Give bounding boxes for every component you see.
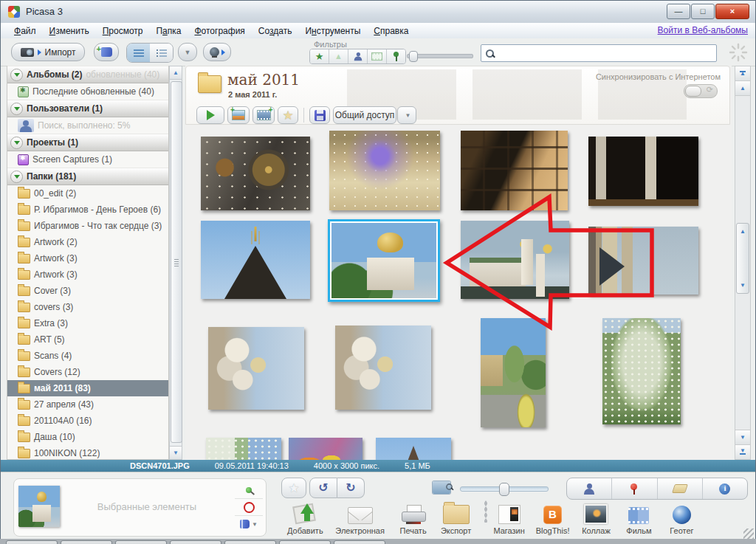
taskbar-button[interactable] bbox=[115, 540, 167, 544]
hold-selection-button[interactable] bbox=[235, 482, 263, 499]
action-export-button[interactable]: Экспорт bbox=[440, 500, 472, 536]
taskbar-button[interactable] bbox=[6, 540, 58, 544]
sidebar-item[interactable]: Последние обновленные (40) bbox=[7, 83, 168, 100]
action-blog-button[interactable]: BlogThis! bbox=[536, 500, 570, 536]
sidebar-item[interactable]: 201104A0 (16) bbox=[7, 413, 168, 429]
photo-thumbnail[interactable] bbox=[461, 221, 569, 299]
menu-item[interactable]: Справка bbox=[368, 24, 414, 38]
disclosure-arrow-icon[interactable] bbox=[10, 171, 23, 183]
star-photo-button[interactable]: ★ bbox=[281, 478, 306, 498]
sidebar-item[interactable]: Artwork (3) bbox=[7, 250, 168, 266]
scroll-up-button[interactable]: ▲ bbox=[735, 81, 750, 96]
sidebar-item[interactable]: Проекты (1) bbox=[7, 134, 168, 151]
create-movie-button[interactable] bbox=[252, 106, 275, 124]
photo-thumbnail[interactable] bbox=[329, 131, 440, 210]
filter-faces-button[interactable] bbox=[348, 49, 368, 63]
thumb-up-icon[interactable]: ▲ bbox=[740, 228, 746, 235]
resize-grip[interactable] bbox=[743, 528, 754, 539]
rotate-cw-button[interactable]: ↻ bbox=[337, 478, 365, 498]
add-album-button[interactable] bbox=[94, 43, 119, 61]
sidebar-item[interactable]: Р. Ибрагимов - День Героев (6) bbox=[7, 202, 168, 218]
photo-grid-scrollbar[interactable]: ▲ ▲ ▲ ▼ ▼ ▼ bbox=[735, 66, 751, 460]
slider-knob[interactable] bbox=[499, 483, 509, 496]
sidebar-item[interactable]: 00_edit (2) bbox=[7, 185, 168, 202]
taskbar-button[interactable] bbox=[170, 540, 221, 544]
sidebar-item[interactable]: Artwork (2) bbox=[7, 234, 168, 250]
photo-thumbnail[interactable] bbox=[588, 227, 698, 295]
title-bar[interactable]: Picasa 3 — □ × bbox=[1, 1, 755, 24]
thumb-down-icon[interactable]: ▼ bbox=[740, 282, 746, 289]
windows-taskbar-sliver[interactable] bbox=[0, 539, 756, 544]
photo-thumbnail[interactable] bbox=[481, 318, 546, 427]
people-panel-button[interactable] bbox=[567, 478, 612, 499]
menu-item[interactable]: Инструменты bbox=[299, 24, 366, 38]
tree-view-button[interactable] bbox=[150, 44, 173, 62]
date-filter-slider[interactable] bbox=[407, 54, 473, 58]
share-button[interactable]: Общий доступ bbox=[333, 106, 396, 124]
scroll-to-bottom-button[interactable]: ▼ bbox=[735, 444, 750, 459]
sidebar-item[interactable]: Пользователи (1) bbox=[7, 100, 168, 117]
menu-item[interactable]: Файл bbox=[8, 24, 42, 38]
action-geo-button[interactable]: Геотег bbox=[665, 500, 698, 536]
photo-thumbnail[interactable] bbox=[289, 438, 362, 460]
action-collage-button[interactable]: Коллаж bbox=[580, 500, 612, 536]
star-button[interactable]: ★ bbox=[278, 106, 298, 124]
photo-thumbnail[interactable] bbox=[588, 137, 698, 206]
action-print-button[interactable]: Печать bbox=[397, 500, 430, 536]
webcam-capture-button[interactable] bbox=[203, 43, 231, 61]
photo-thumbnail[interactable] bbox=[201, 137, 310, 210]
web-albums-login-link[interactable]: Войти в Веб-альбомы bbox=[658, 25, 748, 35]
photo-thumbnail[interactable] bbox=[201, 221, 310, 299]
filter-movies-button[interactable] bbox=[368, 49, 387, 63]
sidebar-item[interactable]: Screen Captures (1) bbox=[7, 151, 168, 168]
menu-item[interactable]: Фотография bbox=[188, 24, 250, 38]
photo-thumbnail[interactable] bbox=[208, 327, 304, 410]
photo-thumbnail[interactable] bbox=[335, 326, 431, 410]
photo-thumbnail[interactable] bbox=[376, 438, 451, 460]
filter-uploaded-button[interactable]: ▲ bbox=[329, 49, 348, 63]
action-email-button[interactable]: Электронная почта bbox=[334, 500, 387, 544]
save-to-disk-button[interactable] bbox=[309, 106, 330, 124]
action-shop-button[interactable]: Магазин bbox=[493, 500, 526, 536]
sync-toggle[interactable] bbox=[684, 84, 718, 98]
action-add-button[interactable]: Добавить bbox=[287, 500, 323, 536]
add-to-album-button[interactable]: ▼ bbox=[235, 516, 263, 532]
taskbar-button[interactable] bbox=[61, 540, 112, 544]
menu-item[interactable]: Папка bbox=[150, 24, 187, 38]
properties-panel-button[interactable] bbox=[703, 478, 747, 499]
import-button[interactable]: Импорт bbox=[11, 43, 85, 61]
sidebar-item[interactable]: Поиск, выполнено: 5% bbox=[7, 117, 168, 134]
taskbar-button[interactable] bbox=[224, 540, 276, 544]
minimize-button[interactable]: — bbox=[667, 4, 690, 19]
menu-item[interactable]: Изменить bbox=[44, 24, 95, 38]
selected-photo-thumbnail[interactable] bbox=[18, 486, 60, 527]
selection-tray[interactable]: Выбранные элементы ▼ bbox=[13, 478, 267, 537]
rotate-ccw-button[interactable]: ↺ bbox=[309, 478, 337, 498]
maximize-button[interactable]: □ bbox=[691, 4, 715, 19]
view-options-dropdown[interactable]: ▼ bbox=[178, 43, 197, 61]
filter-starred-button[interactable]: ★ bbox=[310, 49, 329, 63]
scrollbar-thumb[interactable] bbox=[171, 81, 182, 443]
sidebar-item[interactable]: Artwork (3) bbox=[7, 266, 168, 283]
clear-selection-button[interactable] bbox=[235, 499, 263, 516]
sidebar-item[interactable]: ART (5) bbox=[7, 331, 168, 348]
taskbar-button[interactable] bbox=[279, 540, 331, 544]
scrollbar-thumb[interactable]: ▲ ▼ bbox=[736, 223, 749, 294]
sidebar-item[interactable]: Даша (10) bbox=[7, 429, 168, 445]
sidebar-item[interactable]: Extra (3) bbox=[7, 315, 168, 331]
photo-thumbnail[interactable] bbox=[461, 131, 568, 210]
disclosure-arrow-icon[interactable] bbox=[10, 103, 23, 115]
flat-view-button[interactable] bbox=[127, 44, 150, 62]
sidebar-item[interactable]: Альбомы (2) обновленные (40) bbox=[7, 66, 168, 83]
photo-thumbnail[interactable] bbox=[602, 318, 681, 424]
sidebar-scrollbar[interactable]: ▲ ▼ bbox=[169, 66, 182, 460]
sidebar-item[interactable]: Covers (12) bbox=[7, 364, 168, 380]
close-button[interactable]: × bbox=[715, 4, 749, 19]
menu-item[interactable]: Создать bbox=[252, 24, 298, 38]
share-dropdown-button[interactable]: ▼ bbox=[397, 106, 416, 124]
taskbar-button[interactable] bbox=[334, 540, 385, 544]
sidebar-item[interactable]: Cover (3) bbox=[7, 283, 168, 299]
menu-item[interactable]: Просмотр bbox=[97, 24, 149, 38]
add-photos-button[interactable] bbox=[227, 106, 250, 124]
sidebar-item[interactable]: май 2011 (83) bbox=[7, 380, 168, 396]
